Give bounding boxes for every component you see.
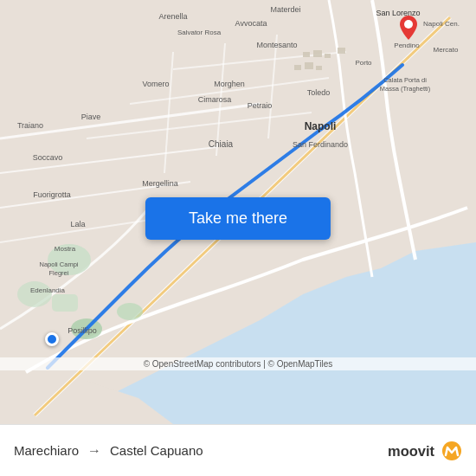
svg-rect-26 <box>316 66 322 70</box>
destination-pin <box>400 16 417 40</box>
moovit-logo: moovit <box>388 439 462 463</box>
svg-text:Napoli: Napoli <box>305 120 337 132</box>
svg-text:Mergellina: Mergellina <box>142 179 178 188</box>
svg-text:Chiaia: Chiaia <box>209 139 234 149</box>
svg-text:Piave: Piave <box>81 113 101 121</box>
svg-text:Calata Porta di: Calata Porta di <box>383 76 427 84</box>
svg-rect-21 <box>313 50 322 57</box>
svg-text:Flegrei: Flegrei <box>49 269 69 277</box>
svg-point-58 <box>404 20 413 29</box>
svg-text:Posillipo: Posillipo <box>68 326 97 335</box>
map-attribution: © OpenStreetMap contributors | © OpenMap… <box>0 357 476 370</box>
svg-text:Massa (Traghetti): Massa (Traghetti) <box>380 85 431 93</box>
svg-text:Toledo: Toledo <box>307 88 331 97</box>
svg-text:Traiano: Traiano <box>17 121 43 130</box>
svg-text:Mercato: Mercato <box>434 46 459 54</box>
svg-rect-25 <box>305 62 313 69</box>
bottom-bar: Marechiaro → Castel Capuano moovit <box>0 424 476 476</box>
svg-text:Salvator Rosa: Salvator Rosa <box>177 29 222 36</box>
svg-text:Fuorigrotta: Fuorigrotta <box>33 190 71 199</box>
svg-text:Mostra: Mostra <box>55 245 76 253</box>
svg-text:San Ferdinando: San Ferdinando <box>293 140 348 149</box>
svg-text:Napoli Campi: Napoli Campi <box>39 261 78 268</box>
svg-text:Porto: Porto <box>355 59 372 67</box>
origin-pin <box>45 332 59 346</box>
svg-text:Napoli Cen.: Napoli Cen. <box>423 20 460 28</box>
svg-text:moovit: moovit <box>388 443 435 459</box>
svg-point-19 <box>117 303 143 320</box>
route-arrow: → <box>87 443 101 459</box>
svg-text:Edenlandia: Edenlandia <box>30 286 66 294</box>
svg-text:Lala: Lala <box>70 220 85 228</box>
svg-text:Cimarosa: Cimarosa <box>198 95 232 104</box>
svg-rect-22 <box>325 54 331 58</box>
svg-text:Montesanto: Montesanto <box>256 41 297 49</box>
svg-text:Pendino: Pendino <box>394 42 420 49</box>
map-container: Arenella Materdei San Lorenzo Napoli Cen… <box>0 0 476 424</box>
route-origin: Marechiaro <box>14 443 79 458</box>
svg-text:Soccavo: Soccavo <box>33 153 63 162</box>
svg-text:Morghen: Morghen <box>214 80 245 88</box>
svg-rect-24 <box>294 65 301 70</box>
svg-text:Arenella: Arenella <box>158 12 187 21</box>
route-destination: Castel Capuano <box>110 443 203 458</box>
svg-rect-17 <box>52 294 78 312</box>
svg-point-16 <box>17 281 52 307</box>
svg-text:Avvocata: Avvocata <box>235 19 267 28</box>
svg-rect-20 <box>303 52 310 57</box>
svg-text:Vomero: Vomero <box>142 80 169 88</box>
svg-rect-23 <box>338 48 345 54</box>
svg-text:Materdei: Materdei <box>270 5 300 14</box>
svg-text:Petraio: Petraio <box>248 101 273 110</box>
take-me-there-button[interactable]: Take me there <box>145 197 331 240</box>
svg-point-60 <box>442 441 461 460</box>
